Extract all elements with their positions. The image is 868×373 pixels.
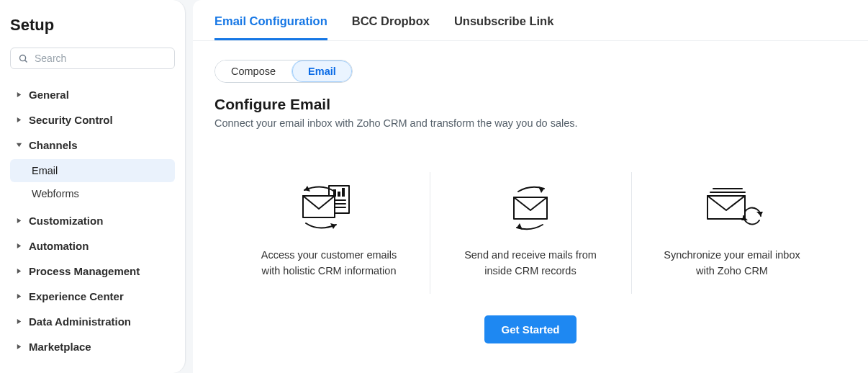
chevron-right-icon <box>14 318 23 325</box>
tab-email-configuration[interactable]: Email Configuration <box>214 14 327 40</box>
feature-send-receive: Send and receive mails from inside CRM r… <box>430 179 631 279</box>
chevron-right-icon <box>14 293 23 300</box>
sidebar-item-security-control[interactable]: Security Control <box>10 107 175 132</box>
sidebar-nav: General Security Control Channels Email … <box>10 82 175 359</box>
chevron-right-icon <box>14 343 23 350</box>
sidebar-sub-item-webforms[interactable]: Webforms <box>10 182 175 205</box>
sidebar-item-label: Process Management <box>29 265 140 277</box>
sidebar-item-general[interactable]: General <box>10 82 175 107</box>
chevron-right-icon <box>14 243 23 249</box>
envelope-sync-icon <box>656 179 808 237</box>
toggle-label: Compose <box>231 66 276 77</box>
section-title: Configure Email <box>214 96 846 113</box>
toggle-email[interactable]: Email <box>291 60 352 82</box>
sidebar-sub-item-label: Webforms <box>32 188 79 199</box>
cta-row: Get Started <box>214 315 846 343</box>
sidebar-item-label: Channels <box>29 139 78 151</box>
sidebar-sub-item-label: Email <box>32 165 58 176</box>
toggle-compose[interactable]: Compose <box>215 60 291 82</box>
search-box[interactable] <box>10 48 175 69</box>
tab-bar: Email Configuration BCC Dropbox Unsubscr… <box>193 0 868 41</box>
sidebar-sub-channels: Email Webforms <box>10 159 175 205</box>
sidebar-title: Setup <box>10 16 175 35</box>
get-started-button[interactable]: Get Started <box>484 315 577 343</box>
chevron-right-icon <box>14 91 23 98</box>
sidebar-item-label: Automation <box>29 240 89 252</box>
toggle-label: Email <box>308 66 336 77</box>
feature-sync-inbox: Synchronize your email inbox with Zoho C… <box>631 179 833 279</box>
sidebar-item-label: Customization <box>29 215 103 227</box>
feature-holistic-crm: Access your customer emails with holisti… <box>228 179 430 279</box>
sidebar-item-label: Data Administration <box>29 315 131 328</box>
sidebar-item-data-administration[interactable]: Data Administration <box>10 309 175 334</box>
tab-bcc-dropbox[interactable]: BCC Dropbox <box>352 14 430 40</box>
sidebar-item-label: Experience Center <box>29 290 124 302</box>
sidebar-item-marketplace[interactable]: Marketplace <box>10 334 175 359</box>
chevron-right-icon <box>14 217 23 224</box>
sidebar-item-customization[interactable]: Customization <box>10 208 175 233</box>
sidebar-item-label: Security Control <box>29 114 113 126</box>
feature-text: Synchronize your email inbox with Zoho C… <box>656 247 808 279</box>
tab-label: BCC Dropbox <box>352 14 430 27</box>
svg-rect-7 <box>338 192 340 197</box>
feature-text: Access your customer emails with holisti… <box>253 247 405 279</box>
sidebar: Setup General Security Control Channels <box>0 0 186 373</box>
svg-rect-8 <box>342 188 345 197</box>
sidebar-sub-item-email[interactable]: Email <box>10 159 175 182</box>
svg-marker-19 <box>756 212 763 216</box>
envelope-doc-cycle-icon <box>253 179 405 237</box>
sidebar-item-experience-center[interactable]: Experience Center <box>10 284 175 309</box>
search-icon <box>18 53 29 64</box>
sidebar-item-label: General <box>29 89 69 101</box>
main-panel: Email Configuration BCC Dropbox Unsubscr… <box>193 0 868 373</box>
tab-label: Unsubscribe Link <box>454 14 553 27</box>
chevron-down-icon <box>14 142 23 148</box>
search-input[interactable] <box>35 53 167 64</box>
tab-label: Email Configuration <box>214 14 327 27</box>
section-description: Connect your email inbox with Zoho CRM a… <box>214 117 846 129</box>
sidebar-item-process-management[interactable]: Process Management <box>10 259 175 284</box>
compose-email-toggle: Compose Email <box>214 60 353 83</box>
cta-label: Get Started <box>502 323 560 336</box>
svg-point-0 <box>20 55 26 60</box>
sidebar-item-label: Marketplace <box>29 341 91 353</box>
content-area: Compose Email Configure Email Connect yo… <box>193 41 868 362</box>
envelope-arrows-icon <box>454 179 607 237</box>
svg-line-1 <box>25 60 27 62</box>
sidebar-item-automation[interactable]: Automation <box>10 233 175 259</box>
chevron-right-icon <box>14 117 23 123</box>
sidebar-item-channels[interactable]: Channels <box>10 132 175 158</box>
feature-text: Send and receive mails from inside CRM r… <box>454 247 607 279</box>
chevron-right-icon <box>14 268 23 274</box>
tab-unsubscribe-link[interactable]: Unsubscribe Link <box>454 14 553 40</box>
features-row: Access your customer emails with holisti… <box>228 179 833 279</box>
